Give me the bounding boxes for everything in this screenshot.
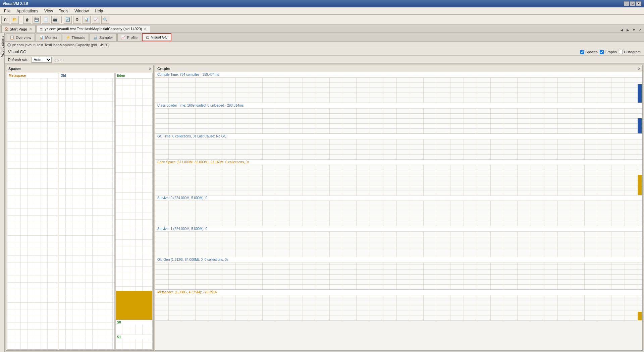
tab-visual-gc[interactable]: 🗂 Visual GC — [142, 33, 171, 41]
tab-overview-label: Overview — [16, 36, 31, 40]
refresh-unit: msec. — [54, 58, 63, 62]
maximize-button[interactable]: □ — [630, 1, 635, 6]
main-content: 📋 Overview 📊 Monitor ⚡ Threads 🔬 Sampler… — [5, 33, 644, 352]
tab-monitor[interactable]: 📊 Monitor — [36, 33, 61, 41]
menu-applications[interactable]: Applications — [14, 8, 41, 14]
eden-body — [116, 78, 152, 320]
graphs-panel-title: Graphs — [157, 67, 170, 71]
graph-gc-time: GC Time: 0 collections, 0s Last Cause: N… — [155, 134, 642, 160]
app-sidebar-label: Applications — [0, 36, 4, 57]
eden-space-indicator — [638, 175, 642, 195]
toolbar-open-btn[interactable]: 📂 — [11, 16, 19, 24]
overview-icon: 📋 — [10, 35, 14, 40]
tab-nav-down[interactable]: ▼ — [631, 27, 637, 33]
graphs-panel-close[interactable]: × — [638, 67, 640, 71]
page-header: Visual GC Spaces Graphs Histogram — [5, 48, 644, 56]
toolbar-settings-btn[interactable]: ⚙ — [73, 16, 81, 24]
inner-tabs: 📋 Overview 📊 Monitor ⚡ Threads 🔬 Sampler… — [5, 33, 644, 42]
menu-view[interactable]: View — [42, 8, 56, 14]
profile-icon: 📈 — [121, 35, 126, 40]
title-controls: ─ □ ✕ — [624, 1, 641, 6]
eden-space-label: Eden Space (671.000M, 32.000M): 21.169M,… — [155, 160, 642, 165]
toolbar-new-btn[interactable]: 🗋 — [1, 16, 9, 24]
graphs-panel-header: Graphs × — [155, 65, 642, 72]
toolbar-extra2-btn[interactable]: 📈 — [92, 16, 100, 24]
toolbar-gc-btn[interactable]: 🗑 — [23, 16, 31, 24]
survivor0-area — [155, 201, 642, 226]
app-title: VisualVM 2.1.5 — [3, 2, 28, 6]
survivor1-label: Survivor 1 (224.000M, 5.000M): 0 — [155, 226, 642, 232]
tab-nav-right-btn[interactable]: ▶ — [625, 27, 631, 33]
menu-help[interactable]: Help — [92, 8, 106, 14]
histogram-checkbox[interactable] — [619, 50, 623, 54]
close-button[interactable]: ✕ — [636, 1, 641, 6]
tab-app-close[interactable]: ✕ — [143, 27, 147, 31]
tab-app-main[interactable]: ☕ yz.com.javautil.test.TestHashMapInitia… — [36, 25, 150, 33]
tab-threads[interactable]: ⚡ Threads — [62, 33, 89, 41]
spaces-panel: Spaces × Metaspace Old — [6, 65, 154, 351]
graph-survivor0: Survivor 0 (224.000M, 5.000M): 0 — [155, 195, 642, 226]
toolbar-snapshot-btn[interactable]: 📷 — [51, 16, 59, 24]
menu-tools[interactable]: Tools — [56, 8, 71, 14]
graph-compile-time: Compile Time: 754 compiles - 359.474ms — [155, 72, 642, 103]
tab-profile[interactable]: 📈 Profile — [117, 33, 141, 41]
graphs-panel: Graphs × Compile Time: 754 compiles - 35… — [155, 65, 643, 351]
tab-start-page-close[interactable]: ✕ — [29, 27, 33, 31]
page-title: Visual GC — [8, 50, 26, 54]
classloader-time-label: Class Loader Time: 1669 loaded, 0 unload… — [155, 103, 642, 108]
tab-nav-maximize[interactable]: ⤢ — [637, 27, 643, 33]
toolbar-extra1-btn[interactable]: 📊 — [83, 16, 91, 24]
toolbar-thread-btn[interactable]: 📄 — [42, 16, 50, 24]
toolbar-extra3-btn[interactable]: 🔍 — [101, 16, 109, 24]
graphs-checkbox[interactable] — [600, 50, 604, 54]
spaces-checkbox[interactable] — [580, 50, 584, 54]
tab-app-label: yz.com.javautil.test.TestHashMapInitialC… — [45, 27, 142, 31]
menu-window[interactable]: Window — [72, 8, 92, 14]
spaces-panel-title: Spaces — [8, 67, 21, 71]
compile-time-indicator — [638, 84, 642, 103]
refresh-select[interactable]: Auto 100ms 200ms 500ms — [32, 57, 52, 63]
graphs-checkbox-label[interactable]: Graphs — [600, 50, 617, 54]
tab-nav-left[interactable]: ◀ — [619, 27, 625, 33]
gc-time-area — [155, 139, 642, 159]
refresh-label: Refresh rate: — [8, 58, 30, 62]
breadcrumb-path: yz.com.javautil.test.TestHashMapInitialC… — [12, 43, 109, 47]
panels-area: Spaces × Metaspace Old — [5, 64, 644, 352]
survivor0-label: Survivor 0 (224.000M, 5.000M): 0 — [155, 195, 642, 201]
classloader-time-area — [155, 108, 642, 133]
toolbar-refresh-btn[interactable]: 🔄 — [64, 16, 72, 24]
metaspace-graph-area — [155, 295, 642, 320]
refresh-bar: Refresh rate: Auto 100ms 200ms 500ms mse… — [5, 56, 644, 64]
tab-sampler-label: Sampler — [99, 36, 113, 40]
histogram-checkbox-label[interactable]: Histogram — [619, 50, 641, 54]
toolbar-sep2 — [61, 16, 62, 23]
toolbar-heap-btn[interactable]: 💾 — [33, 16, 41, 24]
tab-threads-label: Threads — [72, 36, 85, 40]
gc-time-label: GC Time: 0 collections, 0s Last Cause: N… — [155, 134, 642, 139]
old-label: Old — [59, 73, 114, 78]
compile-time-area — [155, 77, 642, 103]
eden-fill — [116, 291, 152, 320]
graph-metaspace: Metaspace (1.008G, 4.375M): 770.391K — [155, 290, 642, 320]
eden-label: Eden — [116, 73, 152, 78]
tab-nav-controls: ◀ ▶ ▼ ⤢ — [619, 27, 643, 33]
graph-old-gen: Old Gen (1.312G, 84.000M): 0, 0 collecti… — [155, 257, 642, 290]
spaces-panel-close[interactable]: × — [149, 67, 151, 71]
compile-time-label: Compile Time: 754 compiles - 359.474ms — [155, 72, 642, 77]
breadcrumb-bar: yz.com.javautil.test.TestHashMapInitialC… — [5, 42, 644, 48]
tab-start-page[interactable]: 🏠 Start Page ✕ — [1, 25, 36, 33]
app-tab-icon: ☕ — [39, 27, 43, 31]
minimize-button[interactable]: ─ — [624, 1, 629, 6]
space-metaspace: Metaspace — [7, 73, 58, 350]
tab-overview[interactable]: 📋 Overview — [6, 33, 35, 41]
tab-profile-label: Profile — [127, 36, 138, 40]
toolbar-sep1 — [21, 16, 21, 23]
tab-sampler[interactable]: 🔬 Sampler — [90, 33, 117, 41]
menu-bar: File Applications View Tools Window Help — [0, 7, 644, 15]
monitor-icon: 📊 — [39, 35, 44, 40]
s1-label: S1 — [116, 335, 152, 339]
menu-file[interactable]: File — [1, 8, 13, 14]
visual-gc-icon: 🗂 — [146, 35, 150, 39]
space-old: Old — [59, 73, 114, 350]
spaces-checkbox-label[interactable]: Spaces — [580, 50, 598, 54]
